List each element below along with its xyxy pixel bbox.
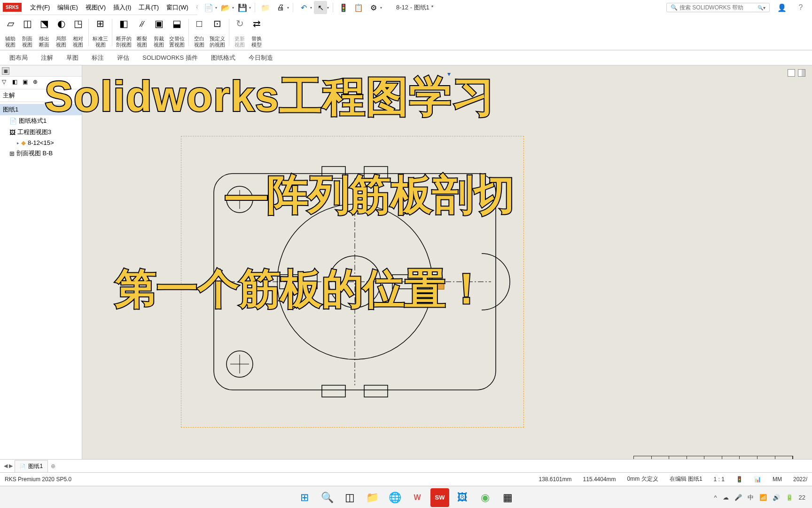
options-icon[interactable]: ⚙: [367, 1, 380, 14]
tab-sheet-format[interactable]: 图纸格式: [204, 51, 242, 65]
tray-ime[interactable]: 中: [748, 493, 754, 502]
status-units[interactable]: MM: [773, 476, 782, 483]
predefined-view-icon: ⊡: [211, 17, 224, 30]
ribbon-break-view[interactable]: ⫽断裂 视图: [133, 16, 150, 49]
windows-taskbar: ⊞ 🔍 ◫ 📁 🌐 W SW 🖼 ◉ ▦ ^ ☁ 🎤 中 📶 🔊 🔋 22: [0, 486, 812, 508]
print-icon[interactable]: 🖨: [274, 1, 287, 14]
ribbon-broken-section[interactable]: ◧断开的 剖视图: [114, 16, 133, 49]
status-scale[interactable]: 1 : 1: [714, 476, 725, 483]
ribbon-removed-section[interactable]: ⬔移出 断面: [36, 16, 53, 49]
svg-rect-15: [322, 385, 345, 397]
broken-section-icon: ◧: [117, 17, 131, 30]
filter-icon-2[interactable]: ◧: [12, 79, 21, 87]
status-date: 2022/: [793, 476, 807, 483]
tab-evaluate[interactable]: 评估: [110, 51, 136, 65]
app-icon-2[interactable]: ▦: [498, 488, 517, 507]
save-icon[interactable]: 💾: [236, 1, 249, 14]
status-editing: 在编辑 图纸1: [670, 475, 703, 483]
tab-annotation[interactable]: 注解: [34, 51, 60, 65]
properties-icon[interactable]: 📋: [352, 1, 365, 14]
add-sheet-icon[interactable]: ⊕: [51, 463, 55, 469]
menu-insert[interactable]: 插入(I): [109, 1, 135, 14]
status-x: 138.6101mm: [539, 476, 571, 483]
app-icon-1[interactable]: 🖼: [453, 488, 472, 507]
search-icon: 🔍: [671, 4, 678, 11]
tree-item-drawing-view3[interactable]: 🖼工程图视图3: [0, 127, 82, 138]
tray-mic-icon[interactable]: 🎤: [734, 494, 742, 501]
start-icon[interactable]: ⊞: [295, 488, 314, 507]
tray-chevron-icon[interactable]: ^: [714, 494, 717, 501]
ribbon-crop-view[interactable]: ▣剪裁 视图: [150, 16, 167, 49]
ribbon-empty-view[interactable]: □空白 视图: [191, 16, 208, 49]
menu-window[interactable]: 窗口(W): [163, 1, 192, 14]
tree-item-part[interactable]: ▸◆8-12<15>: [0, 138, 82, 148]
menu-view[interactable]: 视图(V): [82, 1, 109, 14]
ribbon-relative-view[interactable]: ◳相对 视图: [70, 16, 86, 49]
viewport-split-icon[interactable]: [798, 69, 805, 77]
app-logo: SRKS: [3, 3, 22, 12]
tray-wifi-icon[interactable]: 📶: [759, 494, 767, 501]
tray-volume-icon[interactable]: 🔊: [773, 494, 780, 501]
break-view-icon: ⫽: [135, 17, 148, 30]
ribbon-detail-view[interactable]: ◐局部 视图: [53, 16, 70, 49]
explorer-icon[interactable]: 📁: [363, 488, 382, 507]
tab-addins[interactable]: SOLIDWORKS 插件: [136, 51, 204, 65]
tab-mbd[interactable]: 今日制造: [242, 51, 280, 65]
solidworks-icon[interactable]: SW: [430, 488, 449, 507]
ribbon-predefined-view[interactable]: ⊡预定义 的视图: [208, 16, 227, 49]
folder-icon[interactable]: 📁: [259, 1, 272, 14]
ribbon-section-view[interactable]: ◫剖面 视图: [19, 16, 36, 49]
open-icon[interactable]: 📂: [219, 1, 232, 14]
camtasia-icon[interactable]: ◉: [476, 488, 494, 507]
search-task-icon[interactable]: 🔍: [318, 488, 336, 507]
undo-icon[interactable]: ↶: [297, 1, 310, 14]
tree-tab-icon[interactable]: ▦: [2, 67, 9, 75]
wps-icon[interactable]: W: [408, 488, 427, 507]
part-icon: ◆: [21, 139, 26, 146]
search-input[interactable]: [679, 4, 757, 11]
help-icon[interactable]: ?: [794, 1, 807, 14]
select-icon[interactable]: ↖: [314, 1, 327, 14]
overlay-line3: 第一个筋板的位置！: [115, 261, 487, 317]
overlay-subtitle: —阵列筋板剖切: [226, 167, 515, 223]
tray-onedrive-icon[interactable]: ☁: [723, 494, 729, 501]
ribbon-update-view[interactable]: ↻更新 视图: [231, 16, 248, 49]
ribbon-aux-view[interactable]: ▱辅助 视图: [2, 16, 19, 49]
status-chart-icon[interactable]: 📊: [754, 476, 761, 483]
edge-icon[interactable]: 🌐: [385, 488, 404, 507]
filter-icon-4[interactable]: ⊕: [33, 79, 41, 87]
user-icon[interactable]: 👤: [775, 1, 789, 14]
sheet-icon: 📄: [20, 464, 25, 469]
status-flag-icon[interactable]: 🚦: [736, 476, 743, 483]
viewport-single-icon[interactable]: [788, 69, 795, 77]
section-icon: ⊞: [9, 150, 15, 157]
sheet-tab-1[interactable]: 📄 图纸1: [15, 460, 48, 472]
alternate-pos-icon: ⬓: [171, 17, 184, 30]
new-icon[interactable]: 📄: [202, 1, 215, 14]
detail-view-icon: ◐: [55, 17, 68, 30]
status-product: RKS Premium 2020 SP5.0: [5, 476, 71, 483]
search-box[interactable]: 🔍 🔍▾: [666, 3, 770, 12]
rebuild-icon[interactable]: 🚦: [337, 1, 350, 14]
tray-time[interactable]: 22: [799, 494, 805, 501]
crop-view-icon: ▣: [152, 17, 165, 30]
ribbon-standard-3view[interactable]: ⊞标准三 视图: [91, 16, 110, 49]
menu-edit[interactable]: 编辑(E): [54, 1, 81, 14]
quick-toolbar: 📄▾ 📂▾ 💾▾ 📁 🖨▾ ↶▾ ↖▾ 🚦 📋 ⚙▾ 8-12 - 图纸1 * …: [197, 0, 812, 15]
replace-model-icon: ⇄: [250, 17, 263, 30]
document-title: 8-12 - 图纸1 *: [396, 3, 433, 12]
tray-battery-icon[interactable]: 🔋: [786, 494, 793, 501]
ribbon-alternate-pos[interactable]: ⬓交替位 置视图: [167, 16, 187, 49]
ribbon: ▱辅助 视图 ◫剖面 视图 ⬔移出 断面 ◐局部 视图 ◳相对 视图 ⊞标准三 …: [0, 15, 812, 50]
tab-layout[interactable]: 图布局: [3, 51, 34, 65]
search-dropdown-icon[interactable]: 🔍▾: [757, 5, 765, 10]
tab-dimension[interactable]: 标注: [85, 51, 110, 65]
tree-item-section-bb[interactable]: ⊞剖面视图 B-B: [0, 148, 82, 159]
ribbon-replace-model[interactable]: ⇄替换 模型: [248, 16, 265, 49]
taskview-icon[interactable]: ◫: [340, 488, 359, 507]
tab-sketch[interactable]: 草图: [60, 51, 85, 65]
filter-icon[interactable]: ▽: [2, 79, 10, 87]
filter-icon-3[interactable]: ▣: [23, 79, 31, 87]
menu-file[interactable]: 文件(F): [26, 1, 54, 14]
menu-tools[interactable]: 工具(T): [135, 1, 163, 14]
